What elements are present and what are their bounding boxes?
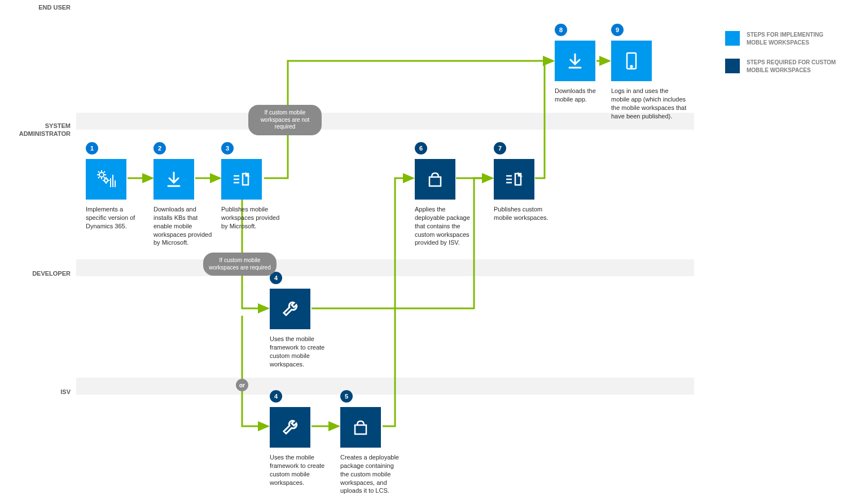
step-6: 6 Applies the deployable package that co… [415,142,474,247]
step-4b: 4 Uses the mobile framework to create cu… [270,390,329,487]
step-9-desc: Logs in and uses the mobile app (which i… [611,87,687,120]
lane-developer-bg [76,276,694,378]
step-6-desc: Applies the deployable package that cont… [415,205,474,247]
condition-required: If custom mobile workspaces are required [203,253,277,276]
step-1: 1 Implements a specific version of Dynam… [86,142,145,231]
package-icon [415,159,455,200]
step-7: 7 Publishes custom mobile workspaces. [494,142,553,222]
legend-item-impl: STEPS FOR IMPLEMENTING MOBLE WORKSPACES [725,31,844,46]
step-5-number: 5 [340,390,353,403]
gears-chart-icon [86,159,126,200]
legend-text-custom: STEPS REQUIRED FOR CUSTOM MOBILE WORKSPA… [747,59,844,74]
step-2: 2 Downloads and installs KBs that enable… [153,142,213,247]
step-2-desc: Downloads and installs KBs that enable m… [153,205,213,247]
svg-point-6 [104,179,108,182]
lane-label-sysadmin: SYSTEM ADMINISTRATOR [8,122,71,138]
lane-gap-1 [76,113,694,130]
step-7-number: 7 [494,142,506,154]
or-badge: or [236,379,248,391]
legend-text-impl: STEPS FOR IMPLEMENTING MOBLE WORKSPACES [747,31,844,46]
step-4b-desc: Uses the mobile framework to create cust… [270,453,329,487]
publish-icon [221,159,262,200]
step-8: 8 Downloads the mobile app. [555,24,614,104]
lane-label-end-user: END USER [8,3,71,11]
lane-gap-2 [76,259,694,276]
package-icon [340,407,381,448]
step-9: 9 Logs in and uses the mobile app (which… [611,24,687,120]
step-3-desc: Publishes mobile workspaces provided by … [221,205,280,231]
condition-not-required: If custom mobile workspaces are not requ… [248,105,322,135]
wrench-icon [270,289,310,329]
step-8-number: 8 [555,24,567,36]
step-4a: 4 Uses the mobile framework to create cu… [270,272,329,368]
step-7-desc: Publishes custom mobile workspaces. [494,205,553,222]
wrench-icon [270,407,310,448]
step-6-number: 6 [415,142,427,154]
lane-label-isv: ISV [8,388,71,396]
step-8-desc: Downloads the mobile app. [555,87,614,104]
legend-swatch-dark [725,59,740,73]
download-icon [555,41,595,81]
legend-item-custom: STEPS REQUIRED FOR CUSTOM MOBILE WORKSPA… [725,59,844,74]
legend: STEPS FOR IMPLEMENTING MOBLE WORKSPACES … [725,31,844,86]
step-3-number: 3 [221,142,234,154]
lane-label-developer: Developer [8,269,71,277]
step-5: 5 Creates a deployable package containin… [340,390,400,495]
svg-point-8 [631,66,633,68]
step-1-desc: Implements a specific version of Dynamic… [86,205,145,231]
download-icon [153,159,194,200]
step-4a-desc: Uses the mobile framework to create cust… [270,335,329,368]
step-5-desc: Creates a deployable package containing … [340,453,400,495]
svg-point-5 [99,173,104,177]
step-3: 3 Publishes mobile workspaces provided b… [221,142,280,231]
mobile-icon [611,41,652,81]
legend-swatch-light [725,31,740,46]
publish-icon [494,159,534,200]
step-1-number: 1 [86,142,98,154]
step-9-number: 9 [611,24,624,36]
step-2-number: 2 [153,142,166,154]
step-4b-number: 4 [270,390,282,403]
